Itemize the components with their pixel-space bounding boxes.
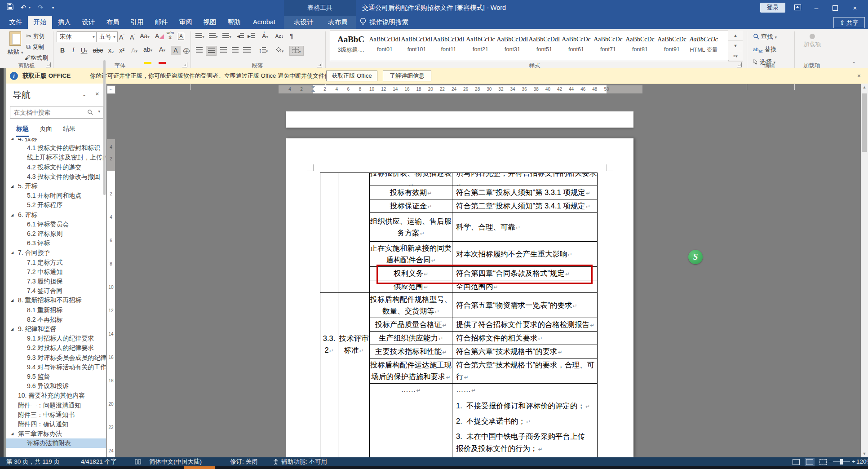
share-button[interactable]: ⇧ 共享	[833, 17, 865, 28]
styles-scroll-down-icon[interactable]: ▼	[728, 41, 743, 51]
nav-item[interactable]: 4.1 投标文件的密封和标识	[6, 143, 106, 153]
table-cell-requirement[interactable]: 符合第六章“技术规格书”的要求，合理、可行↵	[452, 358, 598, 384]
tab-Acrobat[interactable]: Acrobat	[246, 16, 282, 29]
paragraph-dialog-launcher[interactable]	[317, 62, 322, 67]
distribute-button[interactable]	[242, 46, 252, 55]
collapse-triangle-icon[interactable]: ◢	[11, 296, 13, 305]
multilevel-list-button[interactable]: ▾	[221, 31, 233, 40]
styles-gallery-scroll[interactable]: ▲ ▼ ≡▾	[728, 31, 743, 60]
tab-邮件[interactable]: 邮件	[149, 16, 173, 29]
table-cell-number[interactable]	[320, 173, 338, 293]
sort-button[interactable]: AZ↓	[274, 31, 285, 40]
proofing-icon[interactable]	[135, 457, 141, 466]
nav-item[interactable]: ◢第三章评标办法	[6, 429, 106, 438]
nav-item[interactable]: 7.2 中标通知	[6, 267, 106, 277]
table-cell-category[interactable]: 技术评审 标准↵	[338, 293, 370, 396]
page-indicator[interactable]: 第 30 页，共 119 页	[6, 457, 60, 466]
nav-item[interactable]: 9.2 对投标人的纪律要求	[6, 343, 106, 353]
table-cell-requirement[interactable]: 符合第二章“投标人须知”第 3.3.1 项规定↵	[452, 186, 598, 199]
scrollbar-thumb[interactable]	[862, 93, 867, 152]
collapse-triangle-icon[interactable]: ◢	[11, 324, 13, 334]
change-case-button[interactable]: Aa▾	[138, 31, 151, 40]
tab-引用[interactable]: 引用	[125, 16, 149, 29]
word-count[interactable]: 4/41821 个字	[81, 457, 117, 466]
restore-button[interactable]	[827, 0, 844, 16]
search-input[interactable]	[13, 107, 87, 118]
tab-开始[interactable]: 开始	[28, 16, 52, 29]
font-color-button[interactable]: A▾	[156, 45, 168, 54]
tab-插入[interactable]: 插入	[52, 16, 76, 29]
paste-button[interactable]: 粘贴 ▾	[5, 31, 25, 62]
shrink-font-button[interactable]: Aˇ	[128, 31, 137, 40]
table-cell-criteria[interactable]: 投标报价表、物资描述表↵	[370, 173, 452, 186]
style-item-font51[interactable]: AaBbCcDdIfont51	[528, 33, 560, 59]
nav-item[interactable]: 9.4 对与评标活动有关的工作人...	[6, 363, 106, 372]
table-cell-criteria[interactable]: 投标盾构配件规格型号、数量、交货期等↵	[370, 293, 452, 318]
table-cell-criteria[interactable]: 生产组织供应能力↵	[370, 332, 452, 345]
nav-item[interactable]: 5.1 开标时间和地点	[6, 191, 106, 200]
table-cell-criteria[interactable]: 正在实施和新承接的同类盾构配件合同↵	[370, 242, 452, 267]
close-button[interactable]: ×	[846, 0, 864, 16]
collapse-triangle-icon[interactable]: ◢	[11, 248, 13, 257]
style-item-HTML 变量[interactable]: AaBbCcDcHTML 变量	[688, 33, 720, 59]
align-left-button[interactable]	[194, 46, 204, 55]
show-marks-button[interactable]: ¶	[287, 31, 297, 40]
nav-tab-标题[interactable]: 标题	[16, 125, 29, 137]
italic-button[interactable]: I	[68, 46, 78, 55]
subscript-button[interactable]: x₂	[106, 46, 116, 55]
character-shading-button[interactable]: A	[171, 46, 181, 55]
nav-item[interactable]: 评标办法前附表	[6, 438, 106, 448]
nav-item[interactable]: ◢5. 开标	[6, 181, 106, 191]
nav-item[interactable]: 4.2 投标文件的递交	[6, 163, 106, 172]
tab-布局[interactable]: 布局	[101, 16, 125, 29]
table-cell-category[interactable]	[338, 173, 370, 293]
table-cell-criteria[interactable]: 投标盾构配件运达施工现场后的保护措施和要求↵	[370, 358, 452, 384]
highlight-color-button[interactable]: ab▾	[142, 45, 154, 54]
nav-item[interactable]: 9.1 对招标人的纪律要求	[6, 334, 106, 343]
table-cell-requirement[interactable]: 科学、合理、可靠↵	[452, 213, 598, 242]
text-effects-button[interactable]: A▾	[129, 46, 139, 55]
align-right-button[interactable]	[218, 46, 228, 55]
collapse-triangle-icon[interactable]: ◢	[11, 210, 13, 220]
hanging-indent-marker[interactable]	[311, 89, 315, 92]
nav-item[interactable]: 附件一：问题澄清通知	[6, 401, 106, 410]
zoom-out-icon[interactable]: –	[828, 457, 832, 466]
print-layout-button[interactable]	[806, 457, 818, 466]
search-dropdown-icon[interactable]: ▾	[98, 109, 100, 114]
table-cell-requirement[interactable]: 对本次招标履约不会产生重大影响↵	[452, 242, 598, 267]
styles-scroll-up-icon[interactable]: ▲	[728, 31, 743, 41]
shading-button[interactable]: ▾	[273, 46, 286, 55]
nav-item[interactable]: 附件四：确认通知	[6, 420, 106, 429]
nav-item[interactable]: ◢7. 合同授予	[6, 248, 106, 257]
increase-indent-button[interactable]: ▸	[246, 31, 256, 40]
style-item-3级标题-...[interactable]: AaBbC3级标题-...	[333, 33, 369, 59]
nav-item[interactable]: ◢8. 重新招标和不再招标	[6, 296, 106, 305]
signin-button[interactable]: 登录	[760, 3, 785, 13]
style-item-font81[interactable]: AaBbCcDcfont81	[624, 33, 656, 59]
clear-formatting-button[interactable]: A◢	[155, 31, 164, 40]
decrease-indent-button[interactable]: ◂	[235, 31, 245, 40]
document-page[interactable]: 投标报价表、物资描述表↵填写内容完整，并符合招标文件的相关要求↵投标有效期↵符合…	[286, 138, 633, 457]
nav-item[interactable]: ◢4. 投标	[6, 138, 106, 143]
bullets-button[interactable]: ▾	[194, 31, 206, 40]
nav-scrollbar-thumb[interactable]	[103, 60, 106, 195]
collapse-triangle-icon[interactable]: ◢	[11, 429, 13, 438]
nav-item[interactable]: 6.2 评标原则	[6, 229, 106, 239]
collapse-triangle-icon[interactable]: ◢	[11, 138, 13, 143]
nav-item[interactable]: 9.6 异议和投诉	[6, 381, 106, 391]
table-cell-requirement[interactable]: 符合第六章“技术规格书”的要求↵	[452, 345, 598, 358]
nav-item[interactable]: 6.3 评标	[6, 239, 106, 248]
tab-审阅[interactable]: 审阅	[173, 16, 198, 29]
zoom-slider[interactable]	[833, 461, 850, 462]
style-item-font11[interactable]: AaBbCcDdIfont11	[433, 33, 465, 59]
zoom-in-icon[interactable]: +	[852, 457, 855, 466]
tab-表设计[interactable]: 表设计	[288, 16, 320, 29]
tellme-search[interactable]: 操作说明搜索	[369, 16, 408, 29]
first-line-indent-marker[interactable]	[311, 86, 315, 88]
nav-item[interactable]: 9.3 对评标委员会成员的纪律要求	[6, 353, 106, 363]
enclose-characters-button[interactable]: 字	[182, 46, 191, 55]
get-office-button[interactable]: 获取正版 Office	[326, 71, 377, 81]
zoom-level[interactable]: 120%	[856, 457, 868, 466]
nav-item[interactable]: ◢9. 纪律和监督	[6, 324, 106, 334]
table-cell-number[interactable]: 3.3. 2↵	[320, 293, 338, 396]
